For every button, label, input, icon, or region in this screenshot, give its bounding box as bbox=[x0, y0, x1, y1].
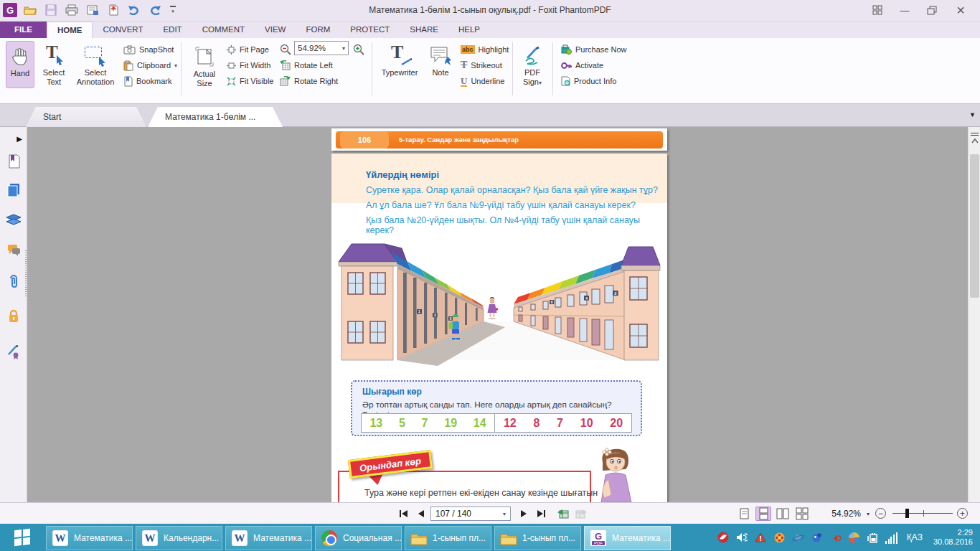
restore-button[interactable] bbox=[921, 4, 943, 17]
next-page-button[interactable] bbox=[517, 507, 531, 520]
taskbar-button-word-1[interactable]: W Математика ... bbox=[46, 526, 133, 550]
first-page-button[interactable] bbox=[396, 507, 410, 520]
scrollbar-thumb[interactable] bbox=[970, 154, 979, 298]
start-button[interactable] bbox=[0, 524, 44, 551]
save-icon[interactable] bbox=[43, 2, 59, 18]
hand-tool-button[interactable]: Hand bbox=[6, 41, 34, 88]
attachments-panel-icon[interactable] bbox=[5, 273, 22, 291]
strikeout-button[interactable]: T Strikeout bbox=[461, 58, 502, 72]
activate-button[interactable]: Activate bbox=[561, 58, 603, 72]
svg-text:6: 6 bbox=[551, 300, 553, 304]
scrollbar-split-handle[interactable] bbox=[971, 131, 979, 136]
doc-tab-document[interactable]: Математика 1-бөлім ... × bbox=[148, 107, 283, 127]
sidebar-expand-icon[interactable]: ▶ bbox=[5, 130, 22, 147]
taskbar-clock[interactable]: 2:29 30.08.2016 bbox=[933, 528, 973, 547]
zoom-in-icon[interactable] bbox=[353, 42, 364, 57]
facing-view-button[interactable] bbox=[775, 507, 791, 521]
signature-panel-icon[interactable] bbox=[5, 344, 22, 361]
redo-icon[interactable] bbox=[147, 2, 163, 18]
tray-flower-icon[interactable] bbox=[773, 532, 786, 544]
qat-customize-icon[interactable]: ▾ bbox=[168, 2, 178, 18]
continuous-facing-view-button[interactable] bbox=[794, 507, 810, 521]
rotate-right-button[interactable]: Rotate Right bbox=[280, 74, 338, 88]
taskbar-button-word-2[interactable]: W Кальендарн... bbox=[136, 526, 222, 550]
tab-view[interactable]: VIEW bbox=[255, 22, 296, 38]
sidebar-resize-handle[interactable] bbox=[25, 250, 27, 298]
tab-home[interactable]: HOME bbox=[47, 22, 93, 38]
print-icon[interactable] bbox=[64, 2, 80, 18]
zoom-combobox[interactable]: 54.92%▾ bbox=[294, 41, 349, 55]
vertical-scrollbar[interactable] bbox=[968, 127, 980, 502]
clipboard-button[interactable]: Clipboard▾ bbox=[123, 58, 177, 72]
new-from-blank-icon[interactable]: ✳ bbox=[105, 2, 121, 18]
word-icon: W bbox=[52, 529, 69, 547]
continuous-view-button[interactable] bbox=[755, 507, 771, 521]
bookmark-button[interactable]: Bookmark bbox=[123, 74, 172, 88]
taskbar-button-folder-1[interactable]: 1-сынып пл... bbox=[405, 526, 491, 550]
tab-form[interactable]: FORM bbox=[296, 22, 340, 38]
foxit-logo-icon[interactable]: G bbox=[3, 3, 17, 17]
zoom-in-button[interactable]: + bbox=[957, 508, 968, 519]
email-icon[interactable] bbox=[85, 2, 100, 18]
minimize-button[interactable]: — bbox=[894, 4, 915, 17]
previous-view-button[interactable] bbox=[555, 507, 570, 520]
undo-icon[interactable] bbox=[126, 2, 142, 18]
doc-tab-start[interactable]: Start bbox=[26, 107, 146, 127]
fit-width-button[interactable]: Fit Width bbox=[227, 58, 270, 72]
taskbar-button-foxit-active[interactable]: GPDF Математика ... bbox=[584, 526, 671, 550]
tab-help[interactable]: HELP bbox=[448, 22, 490, 38]
previous-page-button[interactable] bbox=[414, 507, 428, 520]
tab-edit[interactable]: EDIT bbox=[153, 22, 192, 38]
purchase-now-button[interactable]: Purchase Now bbox=[561, 42, 627, 57]
tab-list-dropdown-icon[interactable]: ▼ bbox=[969, 111, 976, 118]
snapshot-button[interactable]: SnapShot bbox=[123, 42, 174, 57]
layers-panel-icon[interactable] bbox=[5, 212, 22, 229]
tray-red-swirl-icon[interactable] bbox=[717, 532, 730, 544]
bookmarks-panel-icon[interactable] bbox=[5, 153, 22, 170]
single-page-view-button[interactable] bbox=[736, 507, 752, 521]
language-indicator[interactable]: ҚАЗ bbox=[907, 532, 923, 542]
zoom-out-button[interactable]: − bbox=[875, 508, 886, 519]
zoom-slider-track[interactable] bbox=[892, 513, 953, 514]
tray-volume-icon[interactable] bbox=[736, 532, 748, 544]
chrome-icon bbox=[321, 529, 338, 547]
tray-battery-icon[interactable] bbox=[867, 532, 879, 544]
rotate-left-button[interactable]: Rotate Left bbox=[280, 58, 333, 72]
tray-planet-icon[interactable] bbox=[792, 532, 804, 544]
taskbar-button-chrome[interactable]: Социальная ... bbox=[315, 526, 402, 550]
tab-convert[interactable]: CONVERT bbox=[93, 22, 153, 38]
underline-button[interactable]: U Underline bbox=[461, 74, 504, 88]
tray-warning-icon[interactable] bbox=[755, 532, 767, 544]
tab-file[interactable]: FILE bbox=[0, 22, 47, 38]
open-file-icon[interactable] bbox=[22, 2, 38, 18]
close-button[interactable]: × bbox=[950, 4, 971, 17]
comments-panel-icon[interactable] bbox=[5, 242, 22, 259]
zoom-out-icon[interactable] bbox=[280, 42, 291, 57]
pages-panel-icon[interactable] bbox=[5, 182, 22, 199]
foxit-pdf-icon: GPDF bbox=[590, 529, 607, 547]
fit-page-button[interactable]: Fit Page bbox=[227, 42, 269, 57]
taskbar-button-word-3[interactable]: W Математика ... bbox=[225, 526, 312, 550]
tray-red-horn-icon[interactable] bbox=[829, 532, 842, 544]
taskbar-button-folder-2[interactable]: 1-сынып пл... bbox=[494, 526, 581, 550]
zoom-percentage[interactable]: 54.92% bbox=[818, 509, 861, 519]
product-info-button[interactable]: Product Info bbox=[561, 74, 616, 88]
tray-network-signal-icon[interactable] bbox=[885, 532, 897, 544]
window-title: Математика 1-бөлім 1-сынып оқулық.pdf - … bbox=[287, 5, 693, 15]
fit-visible-button[interactable]: Fit Visible bbox=[227, 74, 273, 88]
tab-share[interactable]: SHARE bbox=[400, 22, 448, 38]
page-number-field[interactable]: 107 / 140▾ bbox=[430, 507, 511, 521]
word-icon: W bbox=[141, 529, 159, 547]
multi-window-icon[interactable] bbox=[867, 4, 888, 17]
zoom-dropdown-icon[interactable]: ▾ bbox=[867, 511, 870, 517]
highlight-button[interactable]: abc Highlight bbox=[461, 42, 509, 57]
next-view-button[interactable] bbox=[574, 507, 588, 520]
tab-protect[interactable]: PROTECT bbox=[340, 22, 400, 38]
tab-comment[interactable]: COMMENT bbox=[192, 22, 255, 38]
security-panel-icon[interactable] bbox=[5, 308, 22, 325]
tray-pinwheel-icon[interactable] bbox=[848, 532, 860, 544]
tray-blue-glove-icon[interactable] bbox=[811, 532, 823, 544]
last-page-button[interactable] bbox=[534, 507, 548, 520]
scroll-up-icon[interactable] bbox=[971, 138, 979, 143]
zoom-slider-thumb[interactable] bbox=[905, 509, 909, 518]
